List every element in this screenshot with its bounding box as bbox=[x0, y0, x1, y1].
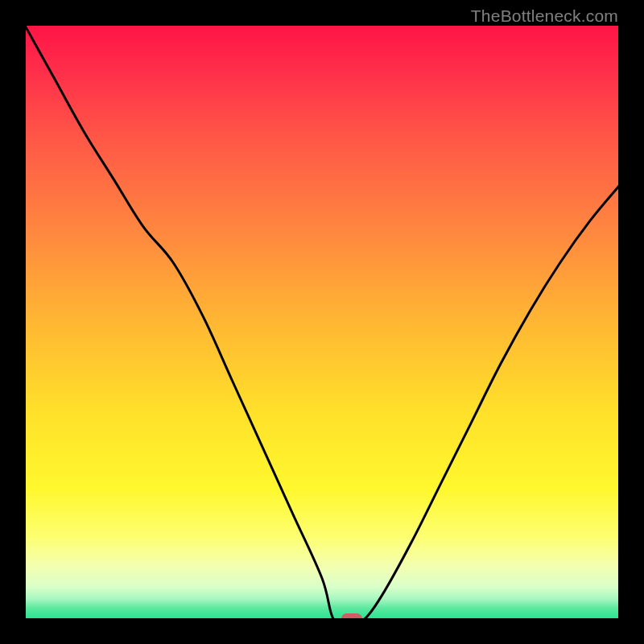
bottleneck-curve bbox=[24, 24, 620, 620]
chart-frame: TheBottleneck.com bbox=[0, 0, 644, 644]
optimum-marker bbox=[341, 613, 362, 621]
plot-area bbox=[24, 24, 620, 620]
watermark-text: TheBottleneck.com bbox=[471, 6, 618, 26]
